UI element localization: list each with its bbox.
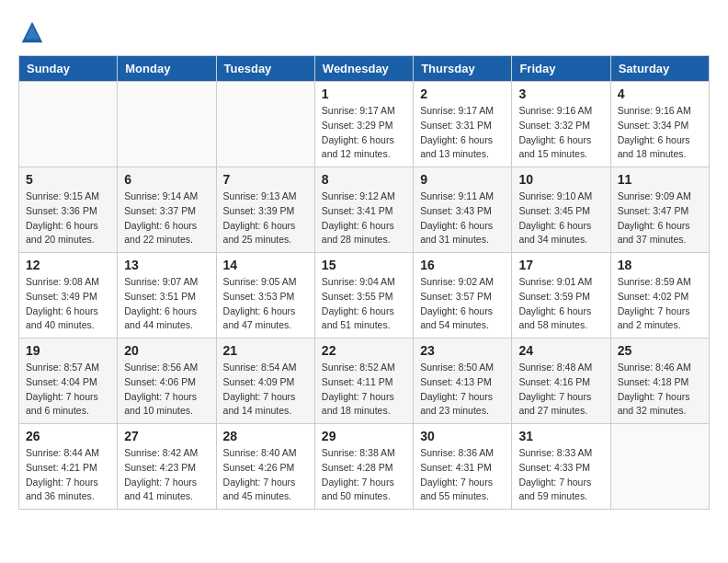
calendar-cell: 13Sunrise: 9:07 AM Sunset: 3:51 PM Dayli… xyxy=(118,253,216,339)
week-row: 12Sunrise: 9:08 AM Sunset: 3:49 PM Dayli… xyxy=(19,253,710,339)
day-info: Sunrise: 9:13 AM Sunset: 3:39 PM Dayligh… xyxy=(223,190,308,247)
day-number: 18 xyxy=(618,258,702,272)
calendar-cell: 7Sunrise: 9:13 AM Sunset: 3:39 PM Daylig… xyxy=(216,167,314,253)
day-number: 12 xyxy=(26,258,110,272)
day-info: Sunrise: 8:48 AM Sunset: 4:16 PM Dayligh… xyxy=(518,361,603,419)
day-info: Sunrise: 9:14 AM Sunset: 3:37 PM Dayligh… xyxy=(124,190,209,247)
page-header xyxy=(18,18,710,46)
day-number: 29 xyxy=(322,429,406,443)
day-number: 1 xyxy=(322,86,406,101)
day-info: Sunrise: 8:52 AM Sunset: 4:11 PM Dayligh… xyxy=(322,361,406,419)
calendar-cell: 22Sunrise: 8:52 AM Sunset: 4:11 PM Dayli… xyxy=(314,339,413,424)
calendar-cell: 5Sunrise: 9:15 AM Sunset: 3:36 PM Daylig… xyxy=(19,167,118,253)
calendar-cell: 15Sunrise: 9:04 AM Sunset: 3:55 PM Dayli… xyxy=(314,253,413,339)
week-row: 26Sunrise: 8:44 AM Sunset: 4:21 PM Dayli… xyxy=(19,424,710,510)
day-number: 13 xyxy=(124,258,209,272)
calendar-cell: 2Sunrise: 9:17 AM Sunset: 3:31 PM Daylig… xyxy=(414,82,512,167)
day-info: Sunrise: 9:16 AM Sunset: 3:32 PM Dayligh… xyxy=(518,104,603,162)
calendar-cell xyxy=(118,82,216,167)
day-number: 9 xyxy=(420,172,505,187)
day-info: Sunrise: 8:56 AM Sunset: 4:06 PM Dayligh… xyxy=(124,361,209,419)
calendar-cell: 29Sunrise: 8:38 AM Sunset: 4:28 PM Dayli… xyxy=(314,424,413,510)
day-number: 2 xyxy=(420,86,505,101)
calendar-cell: 6Sunrise: 9:14 AM Sunset: 3:37 PM Daylig… xyxy=(118,167,216,253)
calendar-cell: 19Sunrise: 8:57 AM Sunset: 4:04 PM Dayli… xyxy=(19,339,118,424)
calendar-cell: 30Sunrise: 8:36 AM Sunset: 4:31 PM Dayli… xyxy=(414,424,512,510)
day-number: 24 xyxy=(518,343,603,358)
day-number: 8 xyxy=(322,172,406,187)
day-info: Sunrise: 8:42 AM Sunset: 4:23 PM Dayligh… xyxy=(124,446,209,504)
day-info: Sunrise: 8:38 AM Sunset: 4:28 PM Dayligh… xyxy=(322,446,406,504)
day-number: 15 xyxy=(322,258,406,272)
week-row: 1Sunrise: 9:17 AM Sunset: 3:29 PM Daylig… xyxy=(19,82,710,167)
calendar-cell: 11Sunrise: 9:09 AM Sunset: 3:47 PM Dayli… xyxy=(610,167,709,253)
calendar-table: SundayMondayTuesdayWednesdayThursdayFrid… xyxy=(18,55,710,510)
calendar-cell: 20Sunrise: 8:56 AM Sunset: 4:06 PM Dayli… xyxy=(118,339,216,424)
day-number: 11 xyxy=(618,172,702,187)
day-info: Sunrise: 9:01 AM Sunset: 3:59 PM Dayligh… xyxy=(518,275,603,333)
day-info: Sunrise: 9:04 AM Sunset: 3:55 PM Dayligh… xyxy=(322,275,406,333)
day-info: Sunrise: 9:16 AM Sunset: 3:34 PM Dayligh… xyxy=(618,104,702,162)
day-number: 7 xyxy=(223,172,308,187)
calendar-cell xyxy=(19,82,118,167)
calendar-cell xyxy=(610,424,709,510)
day-number: 23 xyxy=(420,343,505,358)
day-number: 21 xyxy=(223,343,308,358)
day-header-saturday: Saturday xyxy=(610,56,709,82)
calendar-cell: 12Sunrise: 9:08 AM Sunset: 3:49 PM Dayli… xyxy=(19,253,118,339)
day-number: 20 xyxy=(124,343,209,358)
calendar-cell: 28Sunrise: 8:40 AM Sunset: 4:26 PM Dayli… xyxy=(216,424,314,510)
day-header-friday: Friday xyxy=(512,56,610,82)
calendar-cell: 25Sunrise: 8:46 AM Sunset: 4:18 PM Dayli… xyxy=(610,339,709,424)
calendar-cell: 26Sunrise: 8:44 AM Sunset: 4:21 PM Dayli… xyxy=(19,424,118,510)
day-number: 16 xyxy=(420,258,505,272)
calendar-cell: 8Sunrise: 9:12 AM Sunset: 3:41 PM Daylig… xyxy=(314,167,413,253)
day-number: 4 xyxy=(618,86,702,101)
day-number: 26 xyxy=(26,429,110,443)
week-row: 5Sunrise: 9:15 AM Sunset: 3:36 PM Daylig… xyxy=(19,167,710,253)
day-number: 5 xyxy=(26,172,110,187)
day-info: Sunrise: 9:08 AM Sunset: 3:49 PM Dayligh… xyxy=(26,275,110,333)
day-info: Sunrise: 9:11 AM Sunset: 3:43 PM Dayligh… xyxy=(420,190,505,247)
day-number: 22 xyxy=(322,343,406,358)
calendar-cell: 9Sunrise: 9:11 AM Sunset: 3:43 PM Daylig… xyxy=(414,167,512,253)
day-info: Sunrise: 8:57 AM Sunset: 4:04 PM Dayligh… xyxy=(26,361,110,419)
day-number: 30 xyxy=(420,429,505,443)
day-header-monday: Monday xyxy=(118,56,216,82)
calendar-cell: 18Sunrise: 8:59 AM Sunset: 4:02 PM Dayli… xyxy=(610,253,709,339)
calendar-cell: 27Sunrise: 8:42 AM Sunset: 4:23 PM Dayli… xyxy=(118,424,216,510)
day-number: 10 xyxy=(518,172,603,187)
calendar-cell: 23Sunrise: 8:50 AM Sunset: 4:13 PM Dayli… xyxy=(414,339,512,424)
calendar-cell: 21Sunrise: 8:54 AM Sunset: 4:09 PM Dayli… xyxy=(216,339,314,424)
day-info: Sunrise: 8:33 AM Sunset: 4:33 PM Dayligh… xyxy=(518,446,603,504)
day-info: Sunrise: 9:17 AM Sunset: 3:29 PM Dayligh… xyxy=(322,104,406,162)
day-number: 19 xyxy=(26,343,110,358)
day-number: 27 xyxy=(124,429,209,443)
day-number: 6 xyxy=(124,172,209,187)
logo xyxy=(18,18,50,46)
day-info: Sunrise: 9:12 AM Sunset: 3:41 PM Dayligh… xyxy=(322,190,406,247)
calendar-cell: 1Sunrise: 9:17 AM Sunset: 3:29 PM Daylig… xyxy=(314,82,413,167)
day-info: Sunrise: 8:59 AM Sunset: 4:02 PM Dayligh… xyxy=(618,275,702,333)
day-header-tuesday: Tuesday xyxy=(216,56,314,82)
day-number: 28 xyxy=(223,429,308,443)
day-header-wednesday: Wednesday xyxy=(314,56,413,82)
day-info: Sunrise: 9:07 AM Sunset: 3:51 PM Dayligh… xyxy=(124,275,209,333)
day-info: Sunrise: 8:54 AM Sunset: 4:09 PM Dayligh… xyxy=(223,361,308,419)
calendar-cell: 16Sunrise: 9:02 AM Sunset: 3:57 PM Dayli… xyxy=(414,253,512,339)
calendar-cell: 10Sunrise: 9:10 AM Sunset: 3:45 PM Dayli… xyxy=(512,167,610,253)
day-info: Sunrise: 9:17 AM Sunset: 3:31 PM Dayligh… xyxy=(420,104,505,162)
day-number: 3 xyxy=(518,86,603,101)
day-info: Sunrise: 8:36 AM Sunset: 4:31 PM Dayligh… xyxy=(420,446,505,504)
logo-icon xyxy=(18,18,46,46)
header-row: SundayMondayTuesdayWednesdayThursdayFrid… xyxy=(19,56,710,82)
day-info: Sunrise: 9:05 AM Sunset: 3:53 PM Dayligh… xyxy=(223,275,308,333)
day-header-thursday: Thursday xyxy=(414,56,512,82)
day-info: Sunrise: 8:46 AM Sunset: 4:18 PM Dayligh… xyxy=(618,361,702,419)
day-info: Sunrise: 8:50 AM Sunset: 4:13 PM Dayligh… xyxy=(420,361,505,419)
day-info: Sunrise: 9:09 AM Sunset: 3:47 PM Dayligh… xyxy=(618,190,702,247)
day-info: Sunrise: 9:02 AM Sunset: 3:57 PM Dayligh… xyxy=(420,275,505,333)
day-number: 17 xyxy=(518,258,603,272)
day-info: Sunrise: 9:15 AM Sunset: 3:36 PM Dayligh… xyxy=(26,190,110,247)
day-number: 25 xyxy=(618,343,702,358)
